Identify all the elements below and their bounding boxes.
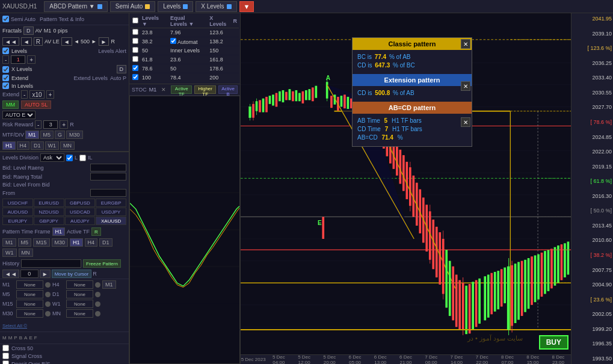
- ind-w1-btn[interactable]: None: [66, 300, 93, 308]
- curr-xauusd[interactable]: XAUUSD: [96, 217, 126, 225]
- abcd-pattern-header[interactable]: AB=CD pattern: [353, 102, 472, 114]
- curr-eurjpy[interactable]: EURJPY: [2, 217, 33, 225]
- tf-m1[interactable]: M1: [25, 131, 39, 139]
- tf-mn[interactable]: MN: [60, 141, 75, 150]
- ext-minus-btn[interactable]: -: [21, 90, 28, 99]
- deposit-cb[interactable]: [2, 360, 9, 364]
- tf-m5[interactable]: M5: [40, 131, 54, 139]
- ind-h4-btn[interactable]: None: [66, 280, 93, 289]
- d-btn[interactable]: D: [23, 26, 34, 35]
- freeze-btn[interactable]: Freeze Pattern: [83, 259, 121, 268]
- ptf-m30[interactable]: M30: [52, 238, 69, 247]
- ext-x10-btn[interactable]: x10: [29, 90, 44, 99]
- classic-close-btn[interactable]: ✕: [461, 39, 470, 49]
- x-levels-btn[interactable]: X Levels: [196, 1, 236, 12]
- ind-mn-btn[interactable]: None: [66, 309, 93, 318]
- chart-area[interactable]: A C: [241, 13, 571, 364]
- alert-minus-btn[interactable]: -: [2, 55, 9, 64]
- active-tf-btn[interactable]: R: [91, 227, 101, 236]
- ptf-m5[interactable]: M5: [18, 238, 32, 247]
- avle-prev-btn[interactable]: ◄: [61, 37, 72, 46]
- tf-h4[interactable]: H4: [17, 141, 30, 150]
- extend-checkbox[interactable]: [2, 75, 9, 81]
- risk-val[interactable]: [43, 120, 58, 129]
- ind-m15-btn[interactable]: None: [16, 300, 43, 308]
- ind-m1-btn[interactable]: None: [16, 280, 43, 289]
- ptf-h1-2[interactable]: H1: [70, 238, 83, 247]
- curr-audjpy[interactable]: AUDJPY: [65, 217, 96, 225]
- risk-plus-btn[interactable]: +: [60, 120, 68, 129]
- stoc-active-tf-btn[interactable]: Active TF: [171, 85, 192, 94]
- mm-btn[interactable]: MM: [2, 100, 19, 109]
- alert-val[interactable]: [11, 55, 25, 64]
- tf-w1[interactable]: W1: [45, 141, 60, 150]
- hist-date-input[interactable]: 23:00 06-12-2023: [21, 259, 81, 268]
- bid-level-raeng-input[interactable]: [90, 164, 126, 171]
- r-btn[interactable]: R: [34, 37, 43, 46]
- l-checkbox[interactable]: [66, 155, 73, 161]
- ptf-w1[interactable]: W1: [2, 248, 17, 257]
- alert-plus-btn[interactable]: +: [27, 55, 35, 64]
- ext-plus-btn[interactable]: +: [46, 90, 55, 99]
- abcd-pattern-btn[interactable]: ABCD Pattern ▼: [44, 1, 107, 12]
- stoc-higher-tf-btn[interactable]: Higher TF: [194, 85, 216, 94]
- levels-all-cb[interactable]: [132, 17, 138, 23]
- ptf-m15[interactable]: M15: [33, 238, 50, 247]
- d2-btn[interactable]: D: [117, 65, 127, 73]
- abcd-close-btn[interactable]: ✕: [461, 117, 470, 127]
- signal-cross-cb[interactable]: [2, 353, 9, 359]
- auto-sl-btn[interactable]: AUTO SL: [21, 100, 51, 109]
- lvl-786-cb[interactable]: [132, 65, 138, 71]
- prev-btn[interactable]: ◄◄: [2, 37, 19, 46]
- automat-cb[interactable]: [170, 38, 176, 44]
- classic-pattern-header[interactable]: Classic pattern: [353, 38, 472, 50]
- chart-canvas[interactable]: A C: [241, 13, 571, 354]
- ind-m1-extra[interactable]: M1: [102, 280, 116, 289]
- ptf-h4[interactable]: H4: [85, 238, 98, 247]
- auto-en-select[interactable]: AUTO EN: [2, 111, 35, 119]
- hist-first-btn[interactable]: ◄◄: [2, 270, 19, 278]
- curr-audusd[interactable]: AUDUSD: [2, 208, 33, 216]
- curr-eurusd[interactable]: EURUSD: [34, 199, 64, 207]
- il-checkbox[interactable]: [79, 155, 86, 161]
- bid-raeng-total-input[interactable]: [90, 173, 126, 180]
- tf-d1[interactable]: D1: [31, 141, 44, 150]
- prev2-btn[interactable]: ◄: [21, 37, 32, 46]
- levels-checkbox[interactable]: [2, 48, 9, 54]
- tf-m30[interactable]: M30: [66, 131, 83, 139]
- ptf-h1[interactable]: H1: [52, 227, 66, 236]
- curr-nzdusd[interactable]: NZDUSD: [34, 208, 64, 216]
- curr-gbpusd[interactable]: GBPUSD: [65, 199, 96, 207]
- tf-m15[interactable]: G: [55, 131, 65, 139]
- ind-d1-btn[interactable]: None: [66, 290, 93, 298]
- ind-m30-btn[interactable]: None: [16, 309, 43, 318]
- x-levels-checkbox[interactable]: [2, 66, 9, 73]
- select-all-link[interactable]: Select All ©: [2, 323, 27, 329]
- curr-usdjpy[interactable]: USDJPY: [96, 208, 126, 216]
- hist-next-btn[interactable]: ►: [40, 270, 51, 278]
- extension-pattern-header[interactable]: Extension pattern: [353, 74, 472, 86]
- arrow-btn[interactable]: ▼: [239, 1, 254, 12]
- curr-usdcad[interactable]: USDCAD: [65, 208, 96, 216]
- semi-auto-btn[interactable]: Semi Auto: [110, 1, 156, 12]
- curr-usdchf[interactable]: USDCHF: [2, 199, 33, 207]
- from-input[interactable]: [90, 189, 126, 197]
- lvl-50-cb[interactable]: [132, 47, 138, 53]
- hist-nav-input[interactable]: [20, 270, 39, 278]
- avle-next-btn[interactable]: ►: [99, 37, 109, 46]
- lvl-100-cb[interactable]: [132, 74, 138, 80]
- cross50-cb[interactable]: [2, 345, 9, 351]
- tf-h1[interactable]: H1: [2, 141, 16, 150]
- lvl-38-cb[interactable]: [132, 38, 138, 44]
- in-levels-checkbox[interactable]: [2, 82, 9, 89]
- curr-gbpjpy[interactable]: GBPJPY: [34, 217, 64, 225]
- ptf-mn[interactable]: MN: [19, 248, 33, 257]
- levels-div-select[interactable]: Ask: [40, 153, 64, 162]
- lvl-618-cb[interactable]: [132, 56, 138, 62]
- extension-close-btn[interactable]: ✕: [461, 81, 470, 91]
- ptf-m1[interactable]: M1: [2, 238, 16, 247]
- curr-eurgbp[interactable]: EURGBP: [96, 199, 126, 207]
- move-cursor-btn[interactable]: Move by Cursor: [52, 270, 91, 278]
- lvl-23-cb[interactable]: [132, 29, 138, 35]
- ptf-d1[interactable]: D1: [99, 238, 112, 247]
